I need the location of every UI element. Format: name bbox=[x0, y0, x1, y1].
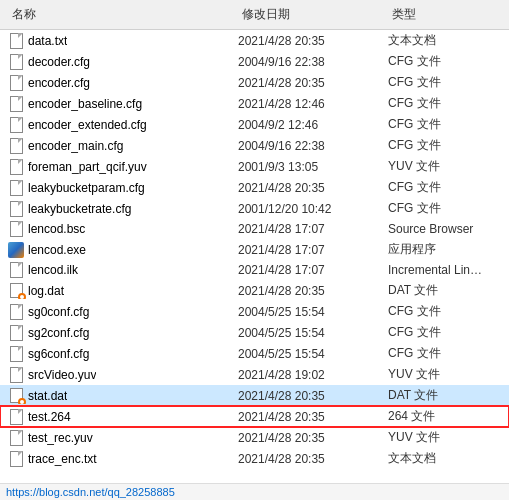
table-row[interactable]: lencod.bsc 2021/4/28 17:07 Source Browse… bbox=[0, 219, 509, 239]
file-type-icon bbox=[8, 75, 24, 91]
file-type-icon bbox=[8, 262, 24, 278]
file-name: trace_enc.txt bbox=[28, 452, 97, 466]
file-type-icon bbox=[8, 33, 24, 49]
file-name-cell: lencod.bsc bbox=[8, 221, 238, 237]
file-type: Source Browser bbox=[388, 222, 501, 236]
file-type: 文本文档 bbox=[388, 450, 501, 467]
table-row[interactable]: encoder_baseline.cfg 2021/4/28 12:46 CFG… bbox=[0, 93, 509, 114]
file-name: sg2conf.cfg bbox=[28, 326, 89, 340]
file-date: 2021/4/28 17:07 bbox=[238, 222, 388, 236]
file-type: CFG 文件 bbox=[388, 345, 501, 362]
file-type: CFG 文件 bbox=[388, 200, 501, 217]
file-date: 2021/4/28 20:35 bbox=[238, 452, 388, 466]
table-row[interactable]: foreman_part_qcif.yuv 2001/9/3 13:05 YUV… bbox=[0, 156, 509, 177]
file-name-cell: sg0conf.cfg bbox=[8, 304, 238, 320]
file-type-icon bbox=[8, 283, 24, 299]
file-name-cell: stat.dat bbox=[8, 388, 238, 404]
file-name: leakybucketparam.cfg bbox=[28, 181, 145, 195]
file-type: CFG 文件 bbox=[388, 74, 501, 91]
table-row[interactable]: trace_enc.txt 2021/4/28 20:35 文本文档 bbox=[0, 448, 509, 469]
table-row[interactable]: log.dat 2021/4/28 20:35 DAT 文件 bbox=[0, 280, 509, 301]
file-name: srcVideo.yuv bbox=[28, 368, 96, 382]
table-row[interactable]: encoder_main.cfg 2004/9/16 22:38 CFG 文件 bbox=[0, 135, 509, 156]
file-name: lencod.exe bbox=[28, 243, 86, 257]
table-row[interactable]: decoder.cfg 2004/9/16 22:38 CFG 文件 bbox=[0, 51, 509, 72]
table-row[interactable]: stat.dat 2021/4/28 20:35 DAT 文件 bbox=[0, 385, 509, 406]
table-row[interactable]: sg0conf.cfg 2004/5/25 15:54 CFG 文件 bbox=[0, 301, 509, 322]
file-type: YUV 文件 bbox=[388, 366, 501, 383]
file-type: 文本文档 bbox=[388, 32, 501, 49]
file-date: 2021/4/28 19:02 bbox=[238, 368, 388, 382]
file-name: lencod.ilk bbox=[28, 263, 78, 277]
file-name: leakybucketrate.cfg bbox=[28, 202, 131, 216]
table-row[interactable]: leakybucketrate.cfg 2001/12/20 10:42 CFG… bbox=[0, 198, 509, 219]
table-row[interactable]: leakybucketparam.cfg 2021/4/28 20:35 CFG… bbox=[0, 177, 509, 198]
file-name-cell: sg6conf.cfg bbox=[8, 346, 238, 362]
file-name: sg0conf.cfg bbox=[28, 305, 89, 319]
file-type-icon bbox=[8, 304, 24, 320]
table-row[interactable]: test.264 2021/4/28 20:35 264 文件 bbox=[0, 406, 509, 427]
file-name-cell: log.dat bbox=[8, 283, 238, 299]
file-name-cell: decoder.cfg bbox=[8, 54, 238, 70]
file-date: 2004/5/25 15:54 bbox=[238, 326, 388, 340]
file-type: CFG 文件 bbox=[388, 137, 501, 154]
file-type-icon bbox=[8, 388, 24, 404]
file-date: 2004/9/16 22:38 bbox=[238, 139, 388, 153]
file-name: stat.dat bbox=[28, 389, 67, 403]
file-type-icon bbox=[8, 96, 24, 112]
file-type-icon bbox=[8, 54, 24, 70]
file-date: 2001/12/20 10:42 bbox=[238, 202, 388, 216]
file-type-icon bbox=[8, 367, 24, 383]
file-name-cell: leakybucketparam.cfg bbox=[8, 180, 238, 196]
file-name-cell: encoder_main.cfg bbox=[8, 138, 238, 154]
file-name: lencod.bsc bbox=[28, 222, 85, 236]
file-type-icon bbox=[8, 117, 24, 133]
file-type: DAT 文件 bbox=[388, 387, 501, 404]
file-name-cell: foreman_part_qcif.yuv bbox=[8, 159, 238, 175]
file-name-cell: data.txt bbox=[8, 33, 238, 49]
file-type: CFG 文件 bbox=[388, 179, 501, 196]
file-type-icon bbox=[8, 430, 24, 446]
file-type: CFG 文件 bbox=[388, 53, 501, 70]
file-name-cell: srcVideo.yuv bbox=[8, 367, 238, 383]
file-type-icon bbox=[8, 242, 24, 258]
table-row[interactable]: test_rec.yuv 2021/4/28 20:35 YUV 文件 bbox=[0, 427, 509, 448]
file-date: 2021/4/28 17:07 bbox=[238, 243, 388, 257]
table-row[interactable]: srcVideo.yuv 2021/4/28 19:02 YUV 文件 bbox=[0, 364, 509, 385]
file-name: data.txt bbox=[28, 34, 67, 48]
file-name-cell: encoder.cfg bbox=[8, 75, 238, 91]
file-name-cell: sg2conf.cfg bbox=[8, 325, 238, 341]
file-type-icon bbox=[8, 180, 24, 196]
header-name: 名称 bbox=[8, 4, 238, 25]
table-row[interactable]: data.txt 2021/4/28 20:35 文本文档 bbox=[0, 30, 509, 51]
table-row[interactable]: lencod.ilk 2021/4/28 17:07 Incremental L… bbox=[0, 260, 509, 280]
file-name: encoder_baseline.cfg bbox=[28, 97, 142, 111]
file-type: 应用程序 bbox=[388, 241, 501, 258]
file-type-icon bbox=[8, 409, 24, 425]
file-name: encoder_main.cfg bbox=[28, 139, 123, 153]
header-date: 修改日期 bbox=[238, 4, 388, 25]
table-row[interactable]: sg2conf.cfg 2004/5/25 15:54 CFG 文件 bbox=[0, 322, 509, 343]
file-type: Incremental Lin… bbox=[388, 263, 501, 277]
file-date: 2021/4/28 20:35 bbox=[238, 284, 388, 298]
file-date: 2004/9/2 12:46 bbox=[238, 118, 388, 132]
file-name: decoder.cfg bbox=[28, 55, 90, 69]
file-date: 2021/4/28 20:35 bbox=[238, 389, 388, 403]
file-name: test_rec.yuv bbox=[28, 431, 93, 445]
file-name-cell: trace_enc.txt bbox=[8, 451, 238, 467]
file-date: 2021/4/28 20:35 bbox=[238, 181, 388, 195]
file-type: CFG 文件 bbox=[388, 303, 501, 320]
table-row[interactable]: encoder_extended.cfg 2004/9/2 12:46 CFG … bbox=[0, 114, 509, 135]
table-row[interactable]: lencod.exe 2021/4/28 17:07 应用程序 bbox=[0, 239, 509, 260]
file-date: 2021/4/28 20:35 bbox=[238, 34, 388, 48]
file-name: encoder.cfg bbox=[28, 76, 90, 90]
file-list-header: 名称 修改日期 类型 bbox=[0, 0, 509, 30]
table-row[interactable]: sg6conf.cfg 2004/5/25 15:54 CFG 文件 bbox=[0, 343, 509, 364]
file-type-icon bbox=[8, 221, 24, 237]
file-date: 2021/4/28 20:35 bbox=[238, 410, 388, 424]
table-row[interactable]: encoder.cfg 2021/4/28 20:35 CFG 文件 bbox=[0, 72, 509, 93]
file-name: encoder_extended.cfg bbox=[28, 118, 147, 132]
file-date: 2004/5/25 15:54 bbox=[238, 347, 388, 361]
file-type: CFG 文件 bbox=[388, 95, 501, 112]
file-date: 2021/4/28 12:46 bbox=[238, 97, 388, 111]
